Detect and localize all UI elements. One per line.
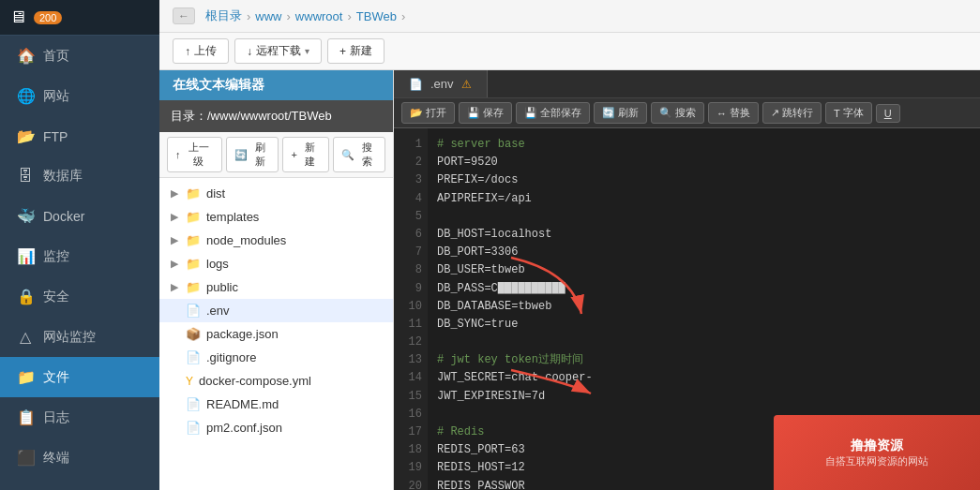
sidebar-item-website[interactable]: 🌐 网站: [0, 76, 159, 116]
folder-icon: 📁: [186, 210, 201, 224]
tree-item-pm2conf[interactable]: 📄 pm2.conf.json: [159, 416, 393, 439]
tree-panel: 在线文本编辑器 目录：/www/wwwroot/TBWeb ↑ 上一级 🔄 刷新…: [159, 70, 394, 490]
remote-download-button[interactable]: ↓ 远程下载 ▾: [234, 38, 322, 64]
back-button[interactable]: ←: [173, 7, 195, 24]
goto-label: 跳转行: [782, 106, 813, 120]
item-name: .env: [206, 304, 230, 318]
security-icon: 🔒: [17, 288, 34, 305]
sidebar-item-docker[interactable]: 🐳 Docker: [0, 196, 159, 236]
sidebar-item-files[interactable]: 📁 文件: [0, 357, 159, 397]
tree-item-logs[interactable]: ▶ 📁 logs: [159, 252, 393, 275]
sidebar-item-security[interactable]: 🔒 安全: [0, 276, 159, 317]
editor-toolbar: 📂 打开 💾 保存 💾 全部保存 🔄 刷新: [394, 98, 980, 128]
folder-icon: 📁: [186, 280, 201, 294]
tree-item-env[interactable]: 📄 .env: [159, 299, 393, 322]
search-editor-icon: 🔍: [659, 107, 672, 119]
tree-item-docker-compose[interactable]: Y docker-compose.yml: [159, 369, 393, 393]
editor-refresh-button[interactable]: 🔄 刷新: [594, 102, 647, 124]
website-icon: 🌐: [17, 87, 34, 105]
tab-file-icon: 📄: [409, 78, 423, 91]
sidebar-item-database[interactable]: 🗄 数据库: [0, 156, 159, 196]
sidebar-item-ftp[interactable]: 📂 FTP: [0, 116, 159, 156]
bc-wwwroot[interactable]: wwwroot: [295, 9, 343, 23]
search-icon: 🔍: [341, 149, 354, 161]
main-content: ← 根目录 › www › wwwroot › TBWeb › ↑ 上传 ↓ 远…: [159, 0, 980, 490]
font-label: 字体: [843, 106, 864, 120]
sidebar-item-site-monitor[interactable]: △ 网站监控: [0, 317, 159, 357]
tree-items: ▶ 📁 dist ▶ 📁 templates ▶ 📁 node_modules: [159, 178, 393, 490]
search-label: 搜索: [357, 141, 378, 169]
git-icon: 📄: [186, 350, 201, 364]
file-toolbar: ↑ 上传 ↓ 远程下载 ▾ + 新建: [159, 33, 980, 70]
sidebar-item-terminal[interactable]: ⬛ 终端: [0, 438, 159, 478]
file-area: 文件名 📁 dist 📁 templates 📁 node_modules: [159, 70, 980, 490]
folder-icon: 📁: [186, 233, 201, 247]
sidebar-item-home[interactable]: 🏠 首页: [0, 36, 159, 76]
sidebar-label-site-monitor: 网站监控: [43, 329, 96, 346]
editor-save-button[interactable]: 💾 保存: [459, 102, 512, 124]
bc-root[interactable]: 根目录: [205, 7, 242, 24]
save-all-label: 全部保存: [540, 106, 581, 120]
sidebar-label-files: 文件: [43, 369, 69, 386]
upload-button[interactable]: ↑ 上传: [173, 38, 229, 64]
editor-search-button[interactable]: 🔍 搜索: [651, 102, 704, 124]
up-label: 上一级: [184, 141, 214, 169]
save-icon: 💾: [467, 107, 480, 119]
item-name: .gitignore: [206, 350, 256, 364]
save-label: 保存: [483, 106, 504, 120]
tree-up-button[interactable]: ↑ 上一级: [167, 137, 222, 172]
warning-icon: ⚠: [461, 78, 472, 91]
files-icon: 📁: [17, 368, 34, 386]
expand-icon: ▶: [171, 258, 180, 270]
docker-icon: 🐳: [17, 207, 34, 225]
logs-icon: 📋: [17, 408, 34, 426]
editor-tab-env[interactable]: 📄 .env ⚠: [394, 70, 488, 97]
logo-icon: 🖥: [9, 7, 26, 27]
sidebar-label-database: 数据库: [43, 168, 83, 185]
tree-item-node-modules[interactable]: ▶ 📁 node_modules: [159, 229, 393, 252]
editor-goto-button[interactable]: ↗ 跳转行: [762, 102, 822, 124]
new-icon: +: [339, 45, 346, 58]
sidebar-item-logs[interactable]: 📋 日志: [0, 397, 159, 438]
editor-replace-button[interactable]: ↔ 替换: [708, 102, 759, 124]
item-name: public: [206, 280, 238, 294]
sidebar-item-monitor[interactable]: 📊 监控: [0, 236, 159, 276]
sidebar-label-home: 首页: [43, 48, 69, 65]
sidebar: 🖥 200 🏠 首页 🌐 网站 📂 FTP 🗄 数据库 🐳 Docker 📊 监…: [0, 0, 159, 490]
tree-refresh-button[interactable]: 🔄 刷新: [226, 137, 279, 172]
expand-icon: ▶: [171, 187, 180, 200]
editor-u-button[interactable]: U: [876, 104, 900, 123]
bc-tbweb[interactable]: TBWeb: [356, 9, 397, 23]
bc-www[interactable]: www: [255, 9, 281, 23]
tree-item-readme[interactable]: 📄 README.md: [159, 393, 393, 416]
font-icon: T: [834, 108, 840, 119]
up-icon: ↑: [175, 149, 181, 160]
tree-item-package-json[interactable]: 📦 package.json: [159, 322, 393, 346]
refresh-editor-icon: 🔄: [602, 107, 615, 119]
new-label: 新建: [350, 43, 372, 59]
editor-open-button[interactable]: 📂 打开: [401, 102, 455, 124]
editor-save-all-button[interactable]: 💾 全部保存: [516, 102, 590, 124]
remote-download-label: 远程下载: [256, 43, 301, 59]
new-button[interactable]: + 新建: [327, 38, 384, 64]
tree-search-button[interactable]: 🔍 搜索: [333, 137, 386, 172]
folder-icon: 📁: [186, 186, 201, 200]
tree-item-templates[interactable]: ▶ 📁 templates: [159, 205, 393, 229]
editor-font-button[interactable]: T 字体: [825, 102, 872, 124]
sidebar-label-ftp: FTP: [43, 129, 68, 144]
tree-item-gitignore[interactable]: 📄 .gitignore: [159, 346, 393, 369]
pm2-icon: 📄: [186, 421, 201, 435]
tree-item-dist[interactable]: ▶ 📁 dist: [159, 182, 393, 205]
new-tree-label: 新建: [300, 141, 321, 169]
database-icon: 🗄: [17, 168, 34, 185]
editor-header: 📄 .env ⚠: [394, 70, 980, 98]
replace-label: 替换: [730, 106, 750, 120]
tree-new-button[interactable]: + 新建: [282, 137, 328, 172]
editor-panel: 📄 .env ⚠ 📂 打开 💾 保存 �: [394, 70, 980, 490]
tree-item-public[interactable]: ▶ 📁 public: [159, 275, 393, 299]
sidebar-label-docker: Docker: [43, 209, 84, 224]
pkg-icon: 📦: [186, 327, 201, 341]
expand-icon: ▶: [171, 234, 180, 246]
item-name: package.json: [206, 327, 279, 341]
editor-overlay: 在线文本编辑器 目录：/www/wwwroot/TBWeb ↑ 上一级 🔄 刷新…: [159, 70, 980, 490]
